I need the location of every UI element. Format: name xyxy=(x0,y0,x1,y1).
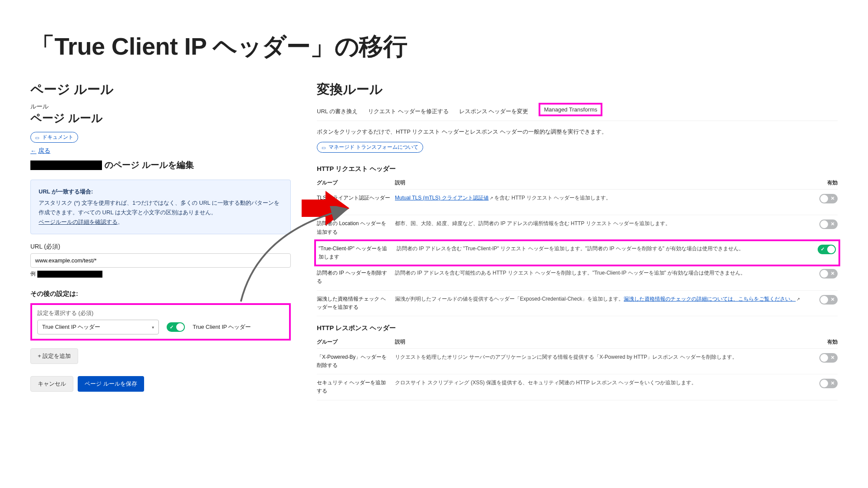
tab-0[interactable]: URL の書き換え xyxy=(317,108,358,116)
svg-marker-0 xyxy=(302,191,349,226)
settings-heading: その後の設定は: xyxy=(30,290,291,298)
table-row: 訪問者の IP ヘッダーを削除する訪問者の IP アドレスを含む可能性のある H… xyxy=(317,265,838,290)
cancel-button[interactable]: キャンセル xyxy=(30,376,73,392)
transform-tabs: URL の書き換えリクエスト ヘッダーを修正するレスポンス ヘッダーを変更Man… xyxy=(317,103,838,121)
tab-3[interactable]: Managed Transforms xyxy=(539,103,602,116)
external-link-icon: ↗ xyxy=(796,297,800,301)
right-section-title: 変換ルール xyxy=(317,81,838,98)
table-row: 訪問者の Location ヘッダーを追加する都市、国、大陸、経度、緯度など、訪… xyxy=(317,215,838,241)
table-row: 「X-Powered-By」ヘッダーを削除するリクエストを処理したオリジン サー… xyxy=(317,349,838,374)
info-heading: URL が一致する場合: xyxy=(39,187,283,197)
row-group-label: "True-Client-IP" ヘッダーを追加します xyxy=(319,245,397,261)
left-section-title: ページ ルール xyxy=(30,81,291,98)
select-label: 設定を選択する (必須) xyxy=(37,309,284,317)
group-heading: HTTP リクエスト ヘッダー xyxy=(317,165,838,173)
back-link[interactable]: ← 戻る xyxy=(30,147,50,155)
edit-suffix: のページ ルールを編集 xyxy=(105,159,194,171)
row-description: 都市、国、大陸、経度、緯度など、訪問者の IP アドレスの場所情報を含む HTT… xyxy=(395,219,813,228)
group-heading: HTTP レスポンス ヘッダー xyxy=(317,324,838,332)
save-button[interactable]: ページ ルールを保存 xyxy=(78,376,144,392)
tab-1[interactable]: リクエスト ヘッダーを修正する xyxy=(368,108,449,116)
edit-rule-title: のページ ルールを編集 xyxy=(30,159,291,171)
row-toggle[interactable]: ✕ xyxy=(819,194,838,203)
breadcrumb: ルール xyxy=(30,103,291,111)
col-desc: 説明 xyxy=(395,338,813,346)
row-description: 漏洩が判明したフィールドの値を提供するヘッダー「Exposed-Credenti… xyxy=(395,295,813,303)
row-description: リクエストを処理したオリジン サーバーのアプリケーションに関する情報を提供する「… xyxy=(395,353,813,361)
setting-select[interactable]: True Client IP ヘッダー ▾ xyxy=(37,320,159,334)
slide-title: 「True Client IP ヘッダー」の移行 xyxy=(30,30,838,63)
select-value: True Client IP ヘッダー xyxy=(42,323,100,331)
managed-transforms-doc-badge[interactable]: マネージド トランスフォームについて xyxy=(317,142,423,153)
row-toggle[interactable]: ✕ xyxy=(819,219,838,229)
documentation-label: ドキュメント xyxy=(42,134,73,141)
table-row: TLS クライアント認証ヘッダーを追加するMutual TLS (mTLS) ク… xyxy=(317,190,838,215)
setting-toggle-label: True Client IP ヘッダー xyxy=(193,323,251,331)
row-group-label: セキュリティ ヘッダーを追加する xyxy=(317,379,395,395)
row-group-label: 「X-Powered-By」ヘッダーを削除する xyxy=(317,353,395,370)
setting-toggle[interactable]: ✓ xyxy=(167,322,185,332)
row-toggle[interactable]: ✓ xyxy=(818,245,836,254)
documentation-badge[interactable]: ドキュメント xyxy=(30,132,78,143)
redacted-example xyxy=(37,271,102,278)
url-example: 例 xyxy=(30,270,291,278)
row-description: 訪問者の IP アドレスを含む可能性のある HTTP リクエスト ヘッダーを削除… xyxy=(395,269,813,277)
row-toggle[interactable]: ✕ xyxy=(819,353,838,363)
col-desc: 説明 xyxy=(395,179,813,187)
red-arrow-icon xyxy=(302,191,349,226)
row-link[interactable]: Mutual TLS (mTLS) クライアント認証値 xyxy=(395,195,489,201)
row-toggle[interactable]: ✕ xyxy=(819,295,838,305)
table-row: セキュリティ ヘッダーを追加するクロスサイト スクリプティング (XSS) 保護… xyxy=(317,374,838,400)
chevron-down-icon: ▾ xyxy=(152,325,154,330)
table-row: "True-Client-IP" ヘッダーを追加します訪問者の IP アドレスを… xyxy=(314,239,840,266)
row-description: 訪問者の IP アドレスを含む "True-Client-IP" リクエスト ヘ… xyxy=(397,245,812,253)
right-panel: 変換ルール URL の書き換えリクエスト ヘッダーを修正するレスポンス ヘッダー… xyxy=(317,81,838,400)
info-more-link[interactable]: ページルールの詳細を確認する xyxy=(39,219,118,225)
transforms-description: ボタンをクリックするだけで、HTTP リクエスト ヘッダーとレスポンス ヘッダー… xyxy=(317,128,838,136)
row-description: クロスサイト スクリプティング (XSS) 保護を提供する、セキュリティ関連の … xyxy=(395,379,813,387)
url-input[interactable] xyxy=(30,253,291,268)
tab-2[interactable]: レスポンス ヘッダーを変更 xyxy=(459,108,529,116)
url-label: URL (必須) xyxy=(30,243,291,251)
row-toggle[interactable]: ✕ xyxy=(819,269,838,278)
table-row: 漏洩した資格情報チェック ヘッダーを追加する漏洩が判明したフィールドの値を提供す… xyxy=(317,291,838,316)
info-body: アスタリスク (*) 文字を使用すれば、1つだけではなく、多くの URL に一致… xyxy=(39,198,283,217)
row-toggle[interactable]: ✕ xyxy=(819,379,838,388)
row-link[interactable]: 漏洩した資格情報のチェックの詳細については、こちらをご覧ください。 xyxy=(624,296,796,302)
external-link-icon: ↗ xyxy=(490,196,493,200)
add-setting-button[interactable]: + 設定を追加 xyxy=(30,348,78,364)
col-enabled: 有効 xyxy=(813,179,838,187)
highlighted-setting: 設定を選択する (必須) True Client IP ヘッダー ▾ ✓ Tru… xyxy=(30,303,291,341)
row-group-label: 漏洩した資格情報チェック ヘッダーを追加する xyxy=(317,295,395,311)
page-title: ページ ルール xyxy=(30,111,291,126)
info-box: URL が一致する場合: アスタリスク (*) 文字を使用すれば、1つだけではな… xyxy=(30,180,291,234)
row-description: Mutual TLS (mTLS) クライアント認証値↗ を含む HTTP リク… xyxy=(395,194,813,202)
left-panel: ページ ルール ルール ページ ルール ドキュメント ← 戻る のページ ルール… xyxy=(30,81,291,392)
col-group: グループ xyxy=(317,179,395,187)
col-enabled: 有効 xyxy=(813,338,838,346)
doc-badge-label: マネージド トランスフォームについて xyxy=(329,144,418,151)
col-group: グループ xyxy=(317,338,395,346)
row-group-label: 訪問者の IP ヘッダーを削除する xyxy=(317,269,395,285)
redacted-name xyxy=(30,160,102,170)
